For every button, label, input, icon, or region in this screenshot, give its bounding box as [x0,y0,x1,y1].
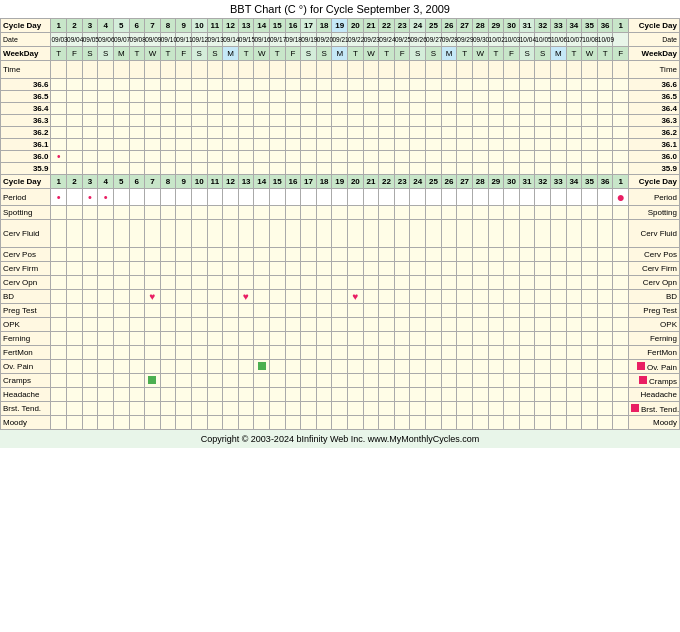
cerv-firm-label: Cerv Firm [1,262,51,276]
headache-label-right: Headache [629,388,680,402]
cerv-fluid-label-right: Cerv Fluid [629,220,680,248]
spotting-label: Spotting [1,206,51,220]
cramps-pink-sq [639,376,647,384]
preg-test-row: Preg Test Preg Test [1,304,680,318]
period-dot-1: • [57,191,61,203]
weekday-label-right: WeekDay [629,47,680,61]
headache-row: Headache Headache [1,388,680,402]
fertmon-row: FertMon FertMon [1,346,680,360]
temp-row-366: 36.6 36.6 [1,79,680,91]
period-dot-last: ● [616,189,624,205]
opk-label: OPK [1,318,51,332]
cerv-opn-label: Cerv Opn [1,276,51,290]
date-label-right: Date [629,33,680,47]
time-label-right: Time [629,61,680,79]
opk-row: OPK OPK [1,318,680,332]
period-label-right: Period [629,189,680,206]
spotting-label-right: Spotting [629,206,680,220]
ferning-label-right: Ferning [629,332,680,346]
moody-row: Moody Moody [1,416,680,430]
temp-label-366: 36.6 [1,79,51,91]
weekday-label: WeekDay [1,47,51,61]
ferning-label: Ferning [1,332,51,346]
date-label: Date [1,33,51,47]
temp-row-363: 36.3 36.3 [1,115,680,127]
cycle-day-label-right: Cycle Day [629,19,680,33]
temp-row-359: 35.9 35.9 [1,163,680,175]
temp-row-364: 36.4 36.4 [1,103,680,115]
temp-row-361: 36.1 36.1 [1,139,680,151]
ov-pain-pink-sq [637,362,645,370]
temp-dot-day1: • [57,151,61,162]
ov-pain-label: Ov. Pain [1,360,51,374]
spotting-row: Spotting Spotting [1,206,680,220]
cerv-pos-row: Cerv Pos Cerv Pos [1,248,680,262]
temp-row-362: 36.2 36.2 [1,127,680,139]
page-title: BBT Chart (C °) for Cycle September 3, 2… [0,0,680,18]
cycle-day-label: Cycle Day [1,19,51,33]
copyright: Copyright © 2003-2024 bInfinity Web Inc.… [0,430,680,448]
cerv-firm-row: Cerv Firm Cerv Firm [1,262,680,276]
ov-pain-row: Ov. Pain Ov. Pain [1,360,680,374]
cerv-firm-label-right: Cerv Firm [629,262,680,276]
ov-pain-green-sq [258,362,266,370]
temp-label-366-right: 36.6 [629,79,680,91]
period-dot-4: • [104,191,108,203]
cramps-label-right: Cramps [629,374,680,388]
cycle-day-bottom-row: Cycle Day 123456789101112131415161718192… [1,175,680,189]
brst-tend-pink-sq [631,404,639,412]
period-label: Period [1,189,51,206]
period-dot-3: • [88,191,92,203]
cerv-pos-label-right: Cerv Pos [629,248,680,262]
cerv-fluid-row: Cerv Fluid Cerv Fluid [1,220,680,248]
moody-label-right: Moody [629,416,680,430]
bd-label: BD [1,290,51,304]
period-row: Period • • • ● Period [1,189,680,206]
weekday-row: WeekDay T F S S M T W T F S S M T W T F … [1,47,680,61]
brst-tend-row: Brst. Tend. Brst. Tend. [1,402,680,416]
ov-pain-label-right: Ov. Pain [629,360,680,374]
cerv-fluid-label: Cerv Fluid [1,220,51,248]
cycle-day-bottom-label-right: Cycle Day [629,175,680,189]
cerv-pos-label: Cerv Pos [1,248,51,262]
headache-label: Headache [1,388,51,402]
brst-tend-label: Brst. Tend. [1,402,51,416]
cerv-opn-label-right: Cerv Opn [629,276,680,290]
temp-row-360: 36.0 • 36.0 [1,151,680,163]
time-row: Time Time [1,61,680,79]
bd-heart-7: ♥ [149,291,155,302]
bd-heart-13: ♥ [243,291,249,302]
fertmon-label: FertMon [1,346,51,360]
preg-test-label-right: Preg Test [629,304,680,318]
opk-label-right: OPK [629,318,680,332]
fertmon-label-right: FertMon [629,346,680,360]
cycle-day-header-row: Cycle Day 1 2 3 4 5 6 7 8 9 10 11 12 13 … [1,19,680,33]
ferning-row: Ferning Ferning [1,332,680,346]
brst-tend-label-right: Brst. Tend. [629,402,680,416]
cramps-green-sq [148,376,156,384]
date-row: Date 09/03 09/04 09/05 09/06 09/07 09/08… [1,33,680,47]
time-label: Time [1,61,51,79]
temp-row-365: 36.5 36.5 [1,91,680,103]
bd-heart-20: ♥ [352,291,358,302]
moody-label: Moody [1,416,51,430]
temp-label-365: 36.5 [1,91,51,103]
cycle-day-bottom-label: Cycle Day [1,175,51,189]
bd-row: BD ♥ ♥ ♥ BD [1,290,680,304]
preg-test-label: Preg Test [1,304,51,318]
cramps-label: Cramps [1,374,51,388]
bd-label-right: BD [629,290,680,304]
cerv-opn-row: Cerv Opn Cerv Opn [1,276,680,290]
cramps-row: Cramps Cramps [1,374,680,388]
